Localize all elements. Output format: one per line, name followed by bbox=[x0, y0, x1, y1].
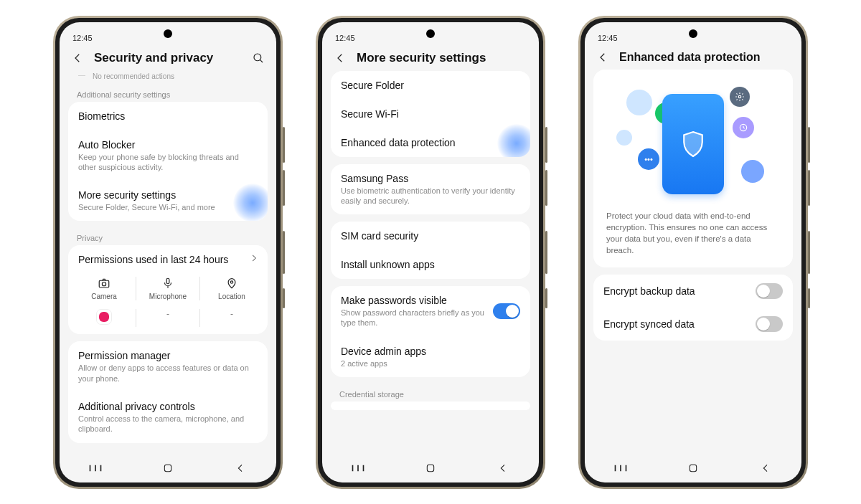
perm-col-mic-label: Microphone bbox=[149, 293, 187, 300]
status-clock: 12:45 bbox=[335, 34, 355, 42]
row-permission-manager[interactable]: Permission manager Allow or deny apps to… bbox=[68, 341, 268, 392]
label-permissions-used: Permissions used in last 24 hours bbox=[78, 254, 258, 265]
label-biometrics: Biometrics bbox=[78, 110, 258, 122]
nav-back[interactable] bbox=[489, 462, 517, 474]
permissions-apps-row: - - bbox=[68, 305, 268, 334]
camera-cutout bbox=[426, 29, 435, 38]
label-samsung-pass: Samsung Pass bbox=[341, 173, 520, 184]
hero-description: Protect your cloud data with end-to-end … bbox=[601, 204, 786, 260]
row-install-unknown-apps[interactable]: Install unknown apps bbox=[331, 250, 530, 279]
row-secure-wifi[interactable]: Secure Wi-Fi bbox=[331, 100, 530, 128]
tap-highlight bbox=[497, 124, 530, 157]
row-biometrics[interactable]: Biometrics bbox=[68, 102, 268, 130]
app-bar: Security and privacy bbox=[60, 44, 276, 71]
clock-app-icon bbox=[733, 117, 754, 138]
nav-back[interactable] bbox=[751, 462, 780, 474]
label-secure-wifi: Secure Wi-Fi bbox=[341, 108, 520, 120]
content-scroll[interactable]: Secure Folder Secure Wi-Fi Enhanced data… bbox=[322, 71, 539, 454]
row-device-admin-apps[interactable]: Device admin apps 2 active apps bbox=[331, 337, 530, 377]
label-permission-manager: Permission manager bbox=[78, 350, 258, 361]
camera-cutout bbox=[689, 29, 697, 38]
sub-make-pw: Show password characters briefly as you … bbox=[341, 308, 486, 328]
nav-recents[interactable] bbox=[344, 463, 372, 473]
deco-dot bbox=[741, 160, 764, 183]
sub-samsung-pass: Use biometric authentication to verify y… bbox=[341, 186, 520, 206]
recents-icon bbox=[88, 463, 103, 473]
perm-cell-location[interactable]: - bbox=[199, 309, 263, 327]
toggle-make-passwords-visible[interactable] bbox=[493, 303, 520, 319]
chevron-left-icon bbox=[596, 51, 609, 64]
hero-phone-shield bbox=[662, 94, 724, 194]
nav-home[interactable] bbox=[416, 462, 445, 474]
screen-more-security: 12:45 More security settings Secure Fold… bbox=[322, 22, 539, 482]
status-clock: 12:45 bbox=[72, 34, 93, 42]
row-secure-folder[interactable]: Secure Folder bbox=[331, 71, 530, 100]
sub-permission-manager: Allow or deny apps to access features or… bbox=[78, 363, 258, 384]
svg-point-7 bbox=[738, 95, 741, 98]
hero-illustration: ••• bbox=[601, 82, 786, 204]
row-more-security-settings[interactable]: More security settings Secure Folder, Se… bbox=[68, 181, 268, 221]
svg-point-4 bbox=[230, 281, 232, 283]
row-additional-privacy[interactable]: Additional privacy controls Control acce… bbox=[68, 392, 268, 443]
card-secure: Secure Folder Secure Wi-Fi Enhanced data… bbox=[331, 71, 530, 157]
card-permissions-used: Permissions used in last 24 hours Camera bbox=[68, 245, 268, 334]
card-samsung-pass: Samsung Pass Use biometric authenticatio… bbox=[331, 164, 530, 215]
row-auto-blocker[interactable]: Auto Blocker Keep your phone safe by blo… bbox=[68, 130, 268, 181]
toggle-encrypt-synced[interactable] bbox=[756, 316, 783, 332]
perm-col-microphone[interactable]: Microphone bbox=[136, 277, 199, 300]
app-icon bbox=[96, 309, 112, 325]
perm-col-location[interactable]: Location bbox=[199, 277, 263, 300]
row-sim-security[interactable]: SIM card security bbox=[331, 222, 530, 250]
label-auto-blocker: Auto Blocker bbox=[78, 139, 258, 151]
phone-frame-2: 12:45 More security settings Secure Fold… bbox=[316, 16, 545, 489]
back-button[interactable] bbox=[70, 52, 85, 65]
content-scroll[interactable]: No recommended actions Additional securi… bbox=[60, 71, 276, 454]
perm-col-location-label: Location bbox=[218, 293, 245, 300]
back-icon bbox=[497, 462, 509, 474]
back-button[interactable] bbox=[595, 51, 611, 64]
section-additional-security: Additional security settings bbox=[68, 85, 268, 102]
perm-col-camera[interactable]: Camera bbox=[72, 277, 136, 300]
row-samsung-pass[interactable]: Samsung Pass Use biometric authenticatio… bbox=[331, 164, 530, 215]
deco-dot bbox=[626, 90, 652, 115]
row-encrypt-synced[interactable]: Encrypt synced data bbox=[593, 308, 793, 341]
label-device-admin: Device admin apps bbox=[341, 346, 520, 357]
search-icon bbox=[252, 52, 265, 65]
card-pw-admin: Make passwords visible Show password cha… bbox=[331, 286, 530, 377]
row-enhanced-data-protection[interactable]: Enhanced data protection bbox=[331, 128, 530, 157]
recents-icon bbox=[351, 463, 365, 473]
svg-rect-1 bbox=[99, 281, 109, 288]
svg-rect-3 bbox=[166, 279, 169, 285]
page-title: Enhanced data protection bbox=[619, 51, 791, 64]
row-permissions-used[interactable]: Permissions used in last 24 hours bbox=[68, 245, 268, 274]
section-privacy: Privacy bbox=[68, 228, 268, 245]
sub-additional-privacy: Control access to the camera, microphone… bbox=[78, 414, 258, 434]
home-icon bbox=[162, 462, 174, 474]
row-make-passwords-visible[interactable]: Make passwords visible Show password cha… bbox=[331, 286, 530, 337]
back-button[interactable] bbox=[332, 52, 348, 65]
search-button[interactable] bbox=[250, 52, 266, 65]
nav-recents[interactable] bbox=[606, 463, 635, 473]
nav-back[interactable] bbox=[226, 462, 255, 474]
toggle-encrypt-backup[interactable] bbox=[756, 283, 783, 299]
microphone-icon bbox=[161, 277, 174, 290]
screen-security-privacy: 12:45 Security and privacy No recommende… bbox=[60, 22, 276, 482]
perm-cell-mic[interactable]: - bbox=[136, 309, 199, 327]
page-title: Security and privacy bbox=[94, 51, 242, 65]
camera-icon bbox=[98, 277, 110, 290]
row-no-recommended[interactable]: No recommended actions bbox=[68, 71, 268, 85]
nav-home[interactable] bbox=[154, 462, 182, 474]
tap-highlight bbox=[233, 184, 268, 221]
perm-cell-camera[interactable] bbox=[72, 309, 136, 327]
stage: 12:45 Security and privacy No recommende… bbox=[0, 0, 861, 504]
nav-recents[interactable] bbox=[81, 463, 110, 473]
svg-rect-9 bbox=[690, 465, 696, 471]
label-more-security: More security settings bbox=[78, 189, 229, 201]
sub-auto-blocker: Keep your phone safe by blocking threats… bbox=[78, 152, 258, 173]
content-scroll[interactable]: ••• Protect your cloud data with end-to-… bbox=[585, 70, 801, 454]
nav-home[interactable] bbox=[679, 462, 707, 474]
chevron-left-icon bbox=[71, 52, 84, 65]
row-encrypt-backup[interactable]: Encrypt backup data bbox=[593, 275, 793, 308]
home-icon bbox=[687, 462, 699, 474]
settings-app-icon bbox=[730, 87, 750, 107]
